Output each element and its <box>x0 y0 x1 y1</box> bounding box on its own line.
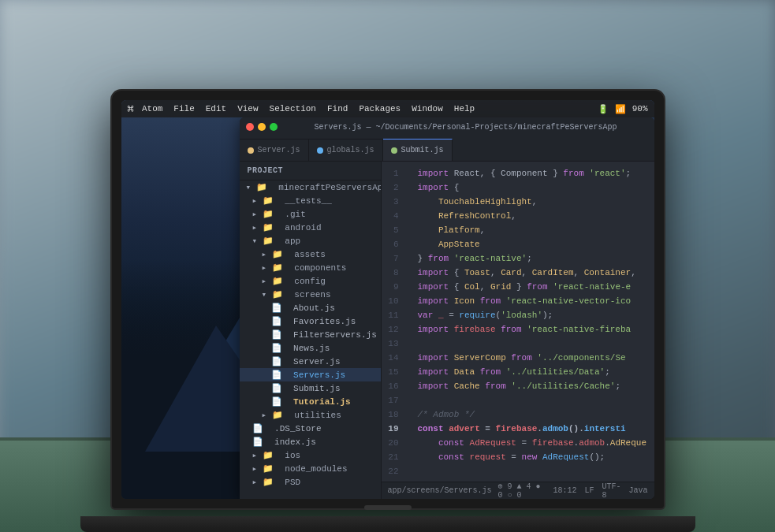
menubar-right: 🔋 📶 90% <box>598 104 648 114</box>
status-bar: app/screens/Servers.js ⊕ 9 ▲ 4 ● 0 ○ 0 1… <box>382 482 654 499</box>
line-num-16: 16 <box>382 379 405 393</box>
line-num-5: 5 <box>382 223 405 237</box>
line-num-20: 20 <box>382 436 405 450</box>
code-line-6: AppState <box>418 237 654 251</box>
line-num-17: 17 <box>382 393 405 407</box>
line-num-13: 13 <box>382 337 405 351</box>
tree-title: Project <box>240 162 381 180</box>
line-num-6: 6 <box>382 237 405 251</box>
code-line-22 <box>418 464 654 478</box>
code-line-17 <box>418 393 654 407</box>
tree-item-indexjs[interactable]: 📄 index.js <box>240 435 381 448</box>
tree-item-git[interactable]: ▸ 📁 .git <box>240 207 381 221</box>
tab-bar: Server.js globals.js Submit.js <box>240 136 654 162</box>
tab-globals-js[interactable]: globals.js <box>309 139 383 161</box>
line-num-18: 18 <box>382 407 405 422</box>
tree-item-news[interactable]: 📄 News.js <box>240 341 381 355</box>
line-num-11: 11 <box>382 308 405 322</box>
tab-label-globals: globals.js <box>327 146 374 154</box>
code-line-13 <box>418 337 654 351</box>
code-content[interactable]: import React, { Component } from 'react'… <box>410 162 654 482</box>
code-line-8: import { Toast, Card, CardItem, Containe… <box>418 266 654 280</box>
window-close-button[interactable] <box>246 123 254 131</box>
tree-item-config[interactable]: ▸ 📁 config <box>240 274 381 288</box>
wifi-icon: 📶 <box>615 104 626 114</box>
tree-item-components[interactable]: ▸ 📁 components <box>240 261 381 274</box>
laptop-hinge <box>364 505 412 510</box>
tree-item-submit[interactable]: 📄 Submit.js <box>240 381 381 395</box>
window-controls <box>246 123 278 131</box>
menubar-edit[interactable]: Edit <box>206 104 226 113</box>
apple-menu-icon[interactable]: ⌘ <box>128 102 134 116</box>
tree-item-utilities[interactable]: ▸ 📁 utilities <box>240 408 381 422</box>
menubar-window[interactable]: Window <box>412 104 443 113</box>
tab-icon-server <box>248 147 254 154</box>
line-num-9: 9 <box>382 280 405 294</box>
scene: ⌘ Atom File Edit View Selection Find Pac… <box>0 0 775 532</box>
tree-item-about[interactable]: 📄 About.js <box>240 301 381 314</box>
tree-item-node-modules[interactable]: ▸ 📁 node_modules <box>240 462 381 475</box>
tab-submit-js[interactable]: Submit.js <box>383 139 453 161</box>
window-titlebar: Servers.js — ~/Documents/Personal-Projec… <box>240 117 654 136</box>
line-num-2: 2 <box>382 180 405 195</box>
code-line-5: Platform, <box>418 223 654 237</box>
tree-item-screens[interactable]: ▾ 📁 screens <box>240 288 381 301</box>
tree-item-tutorial[interactable]: 📄 Tutorial.js <box>240 395 381 408</box>
status-right: LF UTF-8 Java <box>584 482 647 500</box>
laptop-screen: ⌘ Atom File Edit View Selection Find Pac… <box>121 100 654 499</box>
tree-item-root[interactable]: ▾ 📁 minecraftPeServersApp <box>240 180 381 194</box>
tree-item-filterservers[interactable]: 📄 FilterServers.js <box>240 328 381 341</box>
code-line-15: import Data from '../utilities/Data'; <box>418 365 654 379</box>
laptop-body: ⌘ Atom File Edit View Selection Find Pac… <box>80 75 695 532</box>
line-num-14: 14 <box>382 351 405 365</box>
window-minimize-button[interactable] <box>258 123 266 131</box>
code-line-4: RefreshControl, <box>418 209 654 223</box>
line-num-21: 21 <box>382 450 405 464</box>
status-left: app/screens/Servers.js ⊕ 9 ▲ 4 ● 0 ○ 0 1… <box>388 482 577 499</box>
code-line-7: } from 'react-native'; <box>418 251 654 266</box>
line-num-12: 12 <box>382 322 405 337</box>
menubar-packages[interactable]: Packages <box>359 104 401 113</box>
menubar-selection[interactable]: Selection <box>270 104 316 113</box>
line-num-7: 7 <box>382 251 405 266</box>
code-line-3: TouchableHighlight, <box>418 195 654 209</box>
tab-server-js[interactable]: Server.js <box>240 139 309 161</box>
code-line-20: const AdRequest = firebase.admob.AdReque <box>418 436 654 450</box>
line-numbers: 1 2 3 4 5 6 7 8 9 10 <box>382 162 410 482</box>
tab-icon-submit <box>391 147 397 154</box>
status-time: 18:12 <box>553 486 576 495</box>
code-line-12: import firebase from 'react-native-fireb… <box>418 322 654 337</box>
code-line-10: import Icon from 'react-native-vector-ic… <box>418 294 654 308</box>
code-line-19: const advert = firebase.admob().intersti <box>418 422 654 436</box>
tree-item-android[interactable]: ▸ 📁 android <box>240 221 381 234</box>
tree-item-servers[interactable]: 📄 Servers.js <box>240 368 381 381</box>
laptop-base <box>80 516 695 532</box>
window-maximize-button[interactable] <box>270 123 278 131</box>
tree-item-assets[interactable]: ▸ 📁 assets <box>240 247 381 261</box>
status-icons: ⊕ 9 ▲ 4 ● 0 ○ 0 <box>498 482 547 499</box>
macos-menubar: ⌘ Atom File Edit View Selection Find Pac… <box>121 100 654 117</box>
code-line-18: /* Admob */ <box>418 407 654 422</box>
tree-item-psd[interactable]: ▸ 📁 PSD <box>240 475 381 489</box>
line-num-1: 1 <box>382 166 405 180</box>
tree-item-server[interactable]: 📄 Server.js <box>240 355 381 368</box>
tree-item-app[interactable]: ▾ 📁 app <box>240 234 381 247</box>
tree-item-tests[interactable]: ▸ 📁 __tests__ <box>240 194 381 207</box>
line-num-22: 22 <box>382 464 405 478</box>
code-line-2: import { <box>418 180 654 195</box>
tree-item-ios[interactable]: ▸ 📁 ios <box>240 448 381 462</box>
menubar-atom[interactable]: Atom <box>142 104 162 113</box>
code-line-14: import ServerComp from '../components/Se <box>418 351 654 365</box>
tree-item-ds-store[interactable]: 📄 .DS_Store <box>240 422 381 435</box>
menubar-help[interactable]: Help <box>454 104 475 113</box>
menubar-file[interactable]: File <box>173 104 194 113</box>
code-line-16: import Cache from '../utilities/Cache'; <box>418 379 654 393</box>
status-filepath: app/screens/Servers.js <box>388 486 492 495</box>
battery-percent: 90% <box>632 104 648 113</box>
tree-item-favorites[interactable]: 📄 Favorites.js <box>240 314 381 328</box>
menubar-find[interactable]: Find <box>327 104 348 113</box>
window-title: Servers.js — ~/Documents/Personal-Projec… <box>284 123 648 132</box>
menubar-view[interactable]: View <box>237 104 258 113</box>
status-encoding: UTF-8 <box>602 482 620 500</box>
code-editor-area[interactable]: 1 2 3 4 5 6 7 8 9 10 <box>382 162 654 499</box>
